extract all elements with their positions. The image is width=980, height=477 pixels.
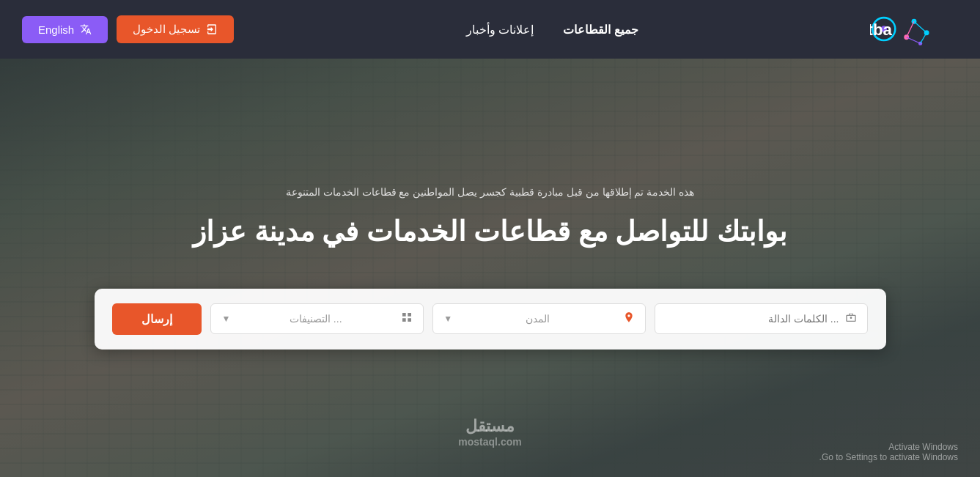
location-icon xyxy=(623,311,635,326)
header-actions: تسجيل الدخول English xyxy=(22,15,234,43)
city-select-text: المدن xyxy=(458,313,617,325)
svg-line-7 xyxy=(921,33,927,44)
city-chevron-icon: ▼ xyxy=(443,314,452,324)
category-chevron-icon: ▼ xyxy=(221,314,230,324)
nav-news[interactable]: إعلانات وأخبار xyxy=(466,23,534,37)
search-bar: المدن ▼ ... التصنيفات ▼ إرسال xyxy=(95,289,886,350)
city-select[interactable]: المدن ▼ xyxy=(432,303,646,334)
language-button[interactable]: English xyxy=(22,16,108,43)
activate-line2: Go to Settings to activate Windows. xyxy=(819,452,958,462)
main-nav: جميع القطاعات إعلانات وأخبار xyxy=(234,23,870,37)
login-button[interactable]: تسجيل الدخول xyxy=(117,15,234,43)
grid-icon xyxy=(401,311,413,326)
briefcase-icon xyxy=(845,311,857,326)
hero-content: هذه الخدمة تم إطلاقها من قبل مبادرة قطبي… xyxy=(0,59,980,477)
header: utba جميع القطاعات إعلانات وأخبار تسجيل … xyxy=(0,0,980,59)
activate-line1: Activate Windows xyxy=(819,442,958,452)
svg-text:utba: utba xyxy=(870,21,893,39)
category-select[interactable]: ... التصنيفات ▼ xyxy=(210,303,424,334)
hero-title: بوابتك للتواصل مع قطاعات الخدمات في مدين… xyxy=(193,212,787,251)
keywords-input[interactable] xyxy=(666,313,839,325)
svg-line-9 xyxy=(907,37,921,44)
search-submit-button[interactable]: إرسال xyxy=(112,303,202,335)
svg-line-8 xyxy=(907,21,914,37)
activate-windows-notice: Activate Windows Go to Settings to activ… xyxy=(819,442,958,462)
svg-line-6 xyxy=(914,21,926,32)
login-icon xyxy=(206,23,218,35)
logo[interactable]: utba xyxy=(870,7,958,51)
nav-all-sectors[interactable]: جميع القطاعات xyxy=(563,23,638,37)
hero-subtitle: هذه الخدمة تم إطلاقها من قبل مبادرة قطبي… xyxy=(286,186,694,198)
keywords-field[interactable] xyxy=(655,303,868,334)
hero-section: هذه الخدمة تم إطلاقها من قبل مبادرة قطبي… xyxy=(0,59,980,477)
translate-icon xyxy=(80,23,92,35)
category-select-text: ... التصنيفات xyxy=(236,313,395,325)
